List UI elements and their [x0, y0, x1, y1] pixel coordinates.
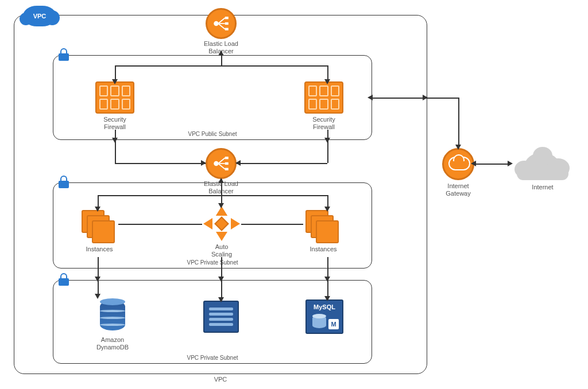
lock-icon	[59, 176, 69, 188]
svg-line-13	[218, 164, 225, 169]
internet-gateway-icon	[442, 148, 474, 180]
elastic-load-balancer-private-icon	[206, 148, 237, 179]
instances-right-label: Instances	[297, 246, 349, 253]
vpc-label: VPC	[14, 376, 427, 383]
private-subnet-app-label: VPC Private Subnet	[53, 259, 372, 266]
security-firewall-right-label: Security Firewall	[295, 116, 353, 131]
svg-rect-1	[225, 17, 229, 19]
private-subnet-db-label: VPC Private Subnet	[53, 355, 372, 361]
rds-icon	[203, 301, 239, 333]
mysql-title: MySQL	[307, 304, 342, 310]
vpc-badge: VPC	[23, 6, 56, 26]
internet-label: Internet	[511, 184, 574, 191]
svg-rect-8	[225, 157, 229, 159]
elastic-load-balancer-public-icon	[206, 8, 237, 39]
svg-line-11	[218, 158, 225, 164]
autoscaling-label: Auto Scaling	[193, 243, 250, 258]
instances-left-icon	[82, 210, 116, 243]
mysql-badge: M	[328, 319, 339, 329]
instances-left-label: Instances	[74, 246, 125, 253]
security-firewall-right-icon	[304, 81, 343, 114]
vpc-badge-text: VPC	[33, 13, 47, 20]
security-firewall-left-icon	[95, 81, 134, 114]
internet-gateway-label: Internet Gateway	[432, 182, 485, 197]
public-subnet-label: VPC Public Subnet	[53, 131, 372, 138]
svg-point-7	[214, 161, 219, 166]
security-firewall-left-label: Security Firewall	[86, 116, 144, 131]
lock-icon	[59, 48, 69, 61]
svg-rect-3	[225, 28, 229, 30]
svg-line-4	[218, 18, 225, 24]
mysql-icon: MySQL M	[305, 299, 343, 334]
svg-rect-10	[225, 168, 229, 170]
svg-rect-9	[225, 162, 229, 165]
instances-right-icon	[305, 210, 340, 243]
dynamodb-label: Amazon DynamoDB	[84, 336, 141, 351]
lock-icon	[59, 273, 69, 286]
internet-cloud-icon	[511, 145, 574, 181]
svg-point-0	[214, 21, 219, 26]
svg-line-6	[218, 24, 225, 29]
svg-rect-2	[225, 22, 229, 25]
auto-scaling-icon	[204, 208, 239, 240]
dynamodb-icon	[96, 297, 129, 334]
